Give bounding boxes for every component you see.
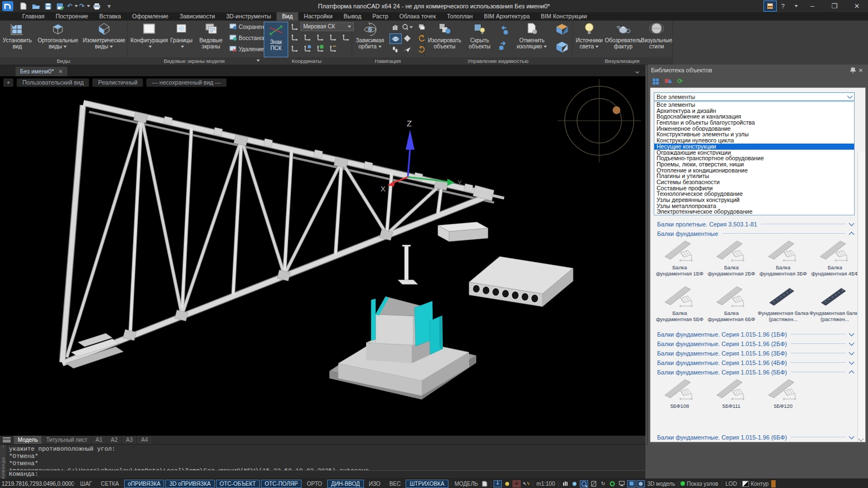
ribbon-tab[interactable]: Вывод: [338, 12, 367, 21]
ucs-object-icon[interactable]: [302, 43, 312, 53]
ribbon-tab[interactable]: Облака точек: [394, 12, 441, 21]
status-toggle[interactable]: СЕТКА: [97, 480, 123, 488]
dropdown-option[interactable]: Электротехническое оборудование: [654, 209, 854, 215]
close-button[interactable]: ✕: [846, 0, 868, 12]
status-toggle[interactable]: ОРТО: [303, 480, 326, 488]
dropdown-option[interactable]: Узлы деревянных конструкций: [654, 197, 854, 203]
fly-icon[interactable]: [402, 45, 413, 54]
sheet-edit-icon[interactable]: [589, 480, 598, 487]
library-item[interactable]: Балка фундаментная 4БФ: [809, 238, 861, 284]
hide-objects-button[interactable]: Скрыть объекты: [464, 22, 495, 50]
status-toggle[interactable]: ДИН-ВВОД: [327, 480, 364, 488]
minimize-button[interactable]: –: [801, 0, 823, 12]
library-item[interactable]: Балка фундаментная 6БФ: [706, 284, 757, 329]
monitor-icon[interactable]: [618, 480, 626, 487]
box-clip-bottom-icon[interactable]: [554, 40, 570, 55]
dropdown-option[interactable]: Архитектура и дизайн: [654, 108, 854, 114]
paper-icon[interactable]: [480, 480, 489, 487]
ucs-icon-small[interactable]: [289, 22, 299, 31]
show-nodes-label[interactable]: Показ узлов: [687, 481, 718, 487]
calculator-icon[interactable]: [763, 1, 777, 12]
ucs-x-axis-icon[interactable]: [289, 32, 299, 42]
model-viewport[interactable]: + Пользовательский вид Реалистичный --- …: [0, 76, 645, 436]
maximize-button[interactable]: ❐: [823, 0, 846, 12]
lod-label[interactable]: LOD: [726, 481, 737, 487]
viewport-menu-chevron-icon[interactable]: ⌄: [634, 65, 641, 76]
ribbon-tab[interactable]: BIM Архитектура: [479, 12, 535, 21]
annotation-scale[interactable]: m1:100: [536, 481, 555, 487]
sphere-icon[interactable]: [637, 480, 645, 487]
pan-icon[interactable]: [561, 480, 569, 487]
contour-label[interactable]: Контур: [751, 481, 768, 487]
ucs-origin-icon[interactable]: [302, 32, 312, 42]
unsaved-view-button[interactable]: --- несохраненный вид ---: [146, 78, 226, 87]
dialog-launcher-icon[interactable]: [257, 60, 260, 62]
section-header[interactable]: Балки фундаментные: [650, 229, 858, 238]
library-item[interactable]: Балка фундаментная 2БФ: [706, 238, 757, 284]
dropdown-option[interactable]: Технологическое оборудование: [654, 191, 854, 197]
cube-icon[interactable]: [627, 480, 635, 487]
iso-views-button[interactable]: Изометрические виды: [82, 22, 126, 50]
free-orbit-icon[interactable]: [389, 33, 402, 44]
ribbon-tab[interactable]: Топоплан: [441, 12, 478, 21]
section-header[interactable]: Балки пролетные. Серия 3.503.1-81: [650, 219, 858, 229]
yellow-dot-icon[interactable]: [503, 480, 511, 487]
category-filter[interactable]: Все элементы: [654, 92, 855, 101]
pan-icon[interactable]: [389, 22, 401, 32]
viewport-screens-button[interactable]: Видовые экраны: [195, 22, 227, 50]
section-header[interactable]: Балки фундаментные. Серия 1.015-1.96 (2Б…: [650, 339, 858, 348]
dropdown-option[interactable]: Системы безопасности: [654, 179, 854, 185]
snap-marker-icon[interactable]: ✛: [512, 480, 521, 487]
viewport-config-button[interactable]: Конфигурация: [131, 22, 167, 50]
ortho-views-button[interactable]: Ортогональные виды: [34, 22, 81, 50]
steering-wheel-icon[interactable]: [402, 33, 413, 43]
library-item[interactable]: 5БФ108: [654, 377, 706, 422]
notification-icon[interactable]: [771, 480, 776, 487]
box-clip-top-icon[interactable]: [554, 22, 570, 37]
document-tab[interactable]: Без имени0* ✕: [16, 67, 67, 76]
ribbon-tab[interactable]: Зависимости: [174, 12, 221, 21]
help-dropdown-icon[interactable]: [789, 1, 801, 11]
dropdown-option[interactable]: Конструктивные элементы и узлы: [654, 131, 854, 137]
section-header[interactable]: Балки фундаментные. Серия 1.015-1.96 (4Б…: [650, 358, 858, 367]
set-view-button[interactable]: Установить вид: [1, 22, 33, 50]
open-icon[interactable]: [31, 2, 40, 11]
close-document-icon[interactable]: ✕: [58, 67, 63, 76]
status-toggle[interactable]: ШАГ: [76, 480, 96, 488]
section-header[interactable]: Балки фундаментные. Серия 1.015-1.96 (6Б…: [650, 432, 858, 442]
library-scrollbar[interactable]: [857, 152, 865, 442]
isolate-add-icon[interactable]: [497, 24, 510, 36]
library-item[interactable]: 5БФ111: [706, 377, 757, 422]
ucs-sign-button[interactable]: Знак ПСК: [264, 22, 288, 57]
isolate-remove-icon[interactable]: [497, 40, 510, 52]
library-item[interactable]: Балка фундаментная 5БФ: [654, 284, 706, 329]
ucs-previous-icon[interactable]: [328, 43, 338, 53]
status-toggle[interactable]: ВЕС: [386, 480, 405, 488]
cursor-lightning-icon[interactable]: ↖ϟ: [522, 480, 530, 487]
refresh-icon[interactable]: ⟳: [675, 77, 685, 86]
space-mode[interactable]: МОДЕЛЬ: [455, 481, 478, 487]
ucs-world-icon[interactable]: [315, 43, 325, 53]
dropdown-option[interactable]: Подъемно-транспортное оборудование: [654, 155, 854, 161]
help-button[interactable]: ?: [777, 1, 789, 11]
viewport-bounds-button[interactable]: Границы: [168, 22, 195, 50]
ribbon-tab[interactable]: Оформление: [126, 12, 174, 21]
visual-style-button[interactable]: Реалистичный: [92, 78, 143, 87]
rotate-icon[interactable]: ↻: [599, 480, 607, 487]
sheet-tab[interactable]: Модель: [14, 436, 42, 444]
dropdown-arrow-icon[interactable]: [75, 5, 78, 7]
model-3d-label[interactable]: 3D модель: [647, 481, 675, 487]
ucs-3point-icon[interactable]: [341, 32, 351, 42]
dropdown-option[interactable]: Проемы, люки, отверстия, ниши: [654, 161, 854, 167]
command-line-panel[interactable]: ‹ Команда укажите противоположный угол:*…: [0, 444, 645, 479]
cancel-isolation-button[interactable]: Отменить изоляцию: [512, 22, 552, 50]
ucs-z-axis-icon[interactable]: [328, 32, 338, 42]
ribbon-tab[interactable]: Растр: [367, 12, 393, 21]
dropdown-option[interactable]: Несущие конструкции: [654, 144, 854, 150]
orbit-dot-icon[interactable]: [570, 480, 579, 487]
orbit-button[interactable]: Зависимая орбита: [353, 22, 387, 50]
sheet-tab[interactable]: Титульный лист: [42, 436, 92, 444]
status-toggle[interactable]: ОТС-ПОЛЯР: [261, 480, 302, 488]
status-toggle[interactable]: ИЗО: [365, 480, 384, 488]
insert-object-icon[interactable]: [663, 77, 673, 86]
